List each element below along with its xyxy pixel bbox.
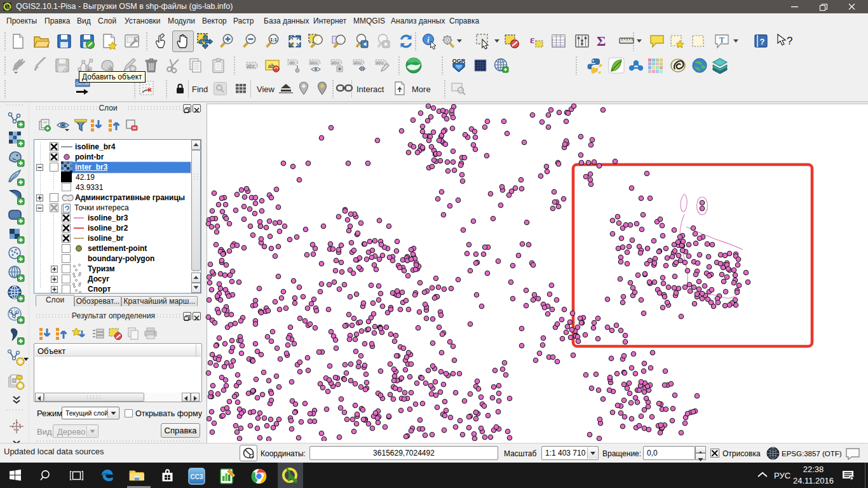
svg-text:?: ? [760, 37, 765, 46]
svg-text:CC3: CC3 [190, 473, 203, 480]
svg-text:abc: abc [332, 60, 340, 65]
svg-text:Σ: Σ [597, 33, 606, 49]
svg-text:abc: abc [247, 63, 255, 69]
svg-text:ab: ab [289, 60, 295, 65]
svg-text:?: ? [787, 35, 792, 47]
svg-text:1:1: 1:1 [270, 37, 277, 43]
svg-text:abc: abc [376, 60, 384, 65]
svg-text:T: T [719, 35, 724, 44]
svg-text:ε: ε [530, 34, 534, 46]
svg-text:abc: abc [310, 60, 318, 65]
svg-text:abc: abc [354, 60, 362, 65]
